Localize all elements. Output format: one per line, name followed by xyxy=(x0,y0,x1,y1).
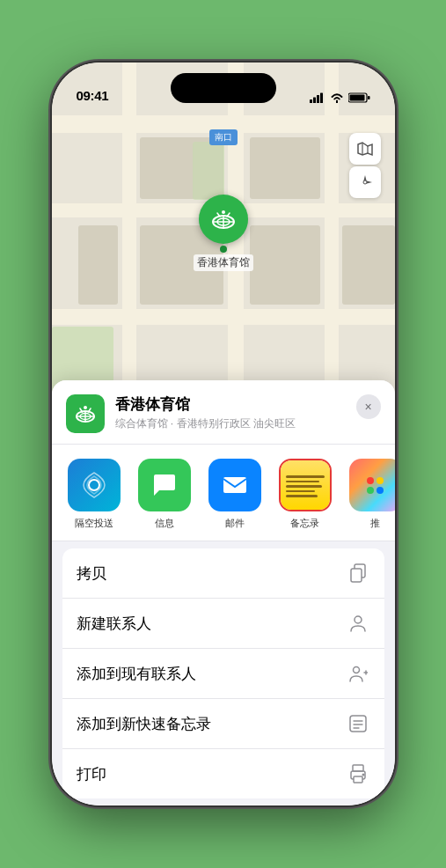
map-type-button[interactable] xyxy=(349,133,381,165)
status-icons xyxy=(310,92,370,103)
svg-point-7 xyxy=(363,180,367,184)
svg-point-23 xyxy=(353,667,359,673)
person-icon xyxy=(346,611,370,636)
app-item-notes[interactable]: 备忘录 xyxy=(274,459,337,530)
action-rows: 拷贝 新建联系人 xyxy=(62,548,384,798)
app-item-airdrop[interactable]: 隔空投送 xyxy=(62,459,126,530)
svg-rect-32 xyxy=(354,776,362,783)
map-controls xyxy=(349,133,381,198)
notes-label: 备忘录 xyxy=(290,517,319,530)
svg-rect-6 xyxy=(349,95,364,101)
map-entrance-label: 南口 xyxy=(209,129,238,145)
status-time: 09:41 xyxy=(77,88,109,103)
notes-lines xyxy=(281,468,330,503)
svg-point-22 xyxy=(355,616,362,623)
svg-rect-2 xyxy=(317,95,319,103)
venue-info: 香港体育馆 综合体育馆 · 香港特别行政区 油尖旺区 xyxy=(115,394,346,431)
wifi-icon xyxy=(330,92,344,103)
close-button[interactable]: × xyxy=(356,394,381,419)
action-quick-note[interactable]: 添加到新快速备忘录 xyxy=(62,699,384,749)
action-new-contact-label: 新建联系人 xyxy=(77,614,151,634)
svg-rect-3 xyxy=(320,93,323,104)
action-copy[interactable]: 拷贝 xyxy=(62,548,384,599)
notes-icon xyxy=(281,460,330,510)
action-print-label: 打印 xyxy=(77,764,106,784)
pin-dot xyxy=(220,246,227,253)
svg-point-12 xyxy=(222,210,225,214)
action-copy-label: 拷贝 xyxy=(77,563,106,584)
location-button[interactable] xyxy=(349,166,381,198)
messages-label: 信息 xyxy=(155,517,174,530)
action-new-contact[interactable]: 新建联系人 xyxy=(62,599,384,649)
app-item-more[interactable]: 推 xyxy=(344,459,395,530)
print-icon xyxy=(346,761,370,786)
svg-rect-21 xyxy=(351,569,362,582)
signal-icon xyxy=(310,92,325,103)
mail-icon xyxy=(208,459,261,511)
svg-point-33 xyxy=(362,774,364,776)
more-icon xyxy=(349,459,395,511)
venue-description: 综合体育馆 · 香港特别行政区 油尖旺区 xyxy=(115,416,346,431)
svg-rect-1 xyxy=(313,98,316,104)
app-item-mail[interactable]: 邮件 xyxy=(203,459,267,530)
apps-list: 隔空投送 信息 xyxy=(62,459,384,530)
airdrop-label: 隔空投送 xyxy=(75,517,113,530)
action-add-contact-label: 添加到现有联系人 xyxy=(77,664,196,684)
more-dots xyxy=(367,477,384,494)
share-apps-row: 隔空投送 信息 xyxy=(52,445,395,541)
pin-label: 香港体育馆 xyxy=(194,254,253,271)
svg-point-18 xyxy=(89,480,99,490)
action-add-contact[interactable]: 添加到现有联系人 xyxy=(62,649,384,699)
venue-icon xyxy=(66,394,105,433)
svg-rect-5 xyxy=(368,96,370,99)
messages-icon xyxy=(138,459,191,511)
venue-name: 香港体育馆 xyxy=(115,394,346,415)
svg-point-17 xyxy=(84,406,87,409)
airdrop-icon xyxy=(68,459,121,511)
svg-rect-19 xyxy=(223,477,246,493)
dynamic-island xyxy=(171,73,276,103)
mail-label: 邮件 xyxy=(225,517,245,530)
more-label: 推 xyxy=(370,517,380,530)
svg-rect-0 xyxy=(310,99,312,103)
stadium-pin: 香港体育馆 xyxy=(194,195,253,271)
app-item-messages[interactable]: 信息 xyxy=(133,459,196,530)
copy-icon xyxy=(346,561,370,585)
bottom-sheet: 香港体育馆 综合体育馆 · 香港特别行政区 油尖旺区 × xyxy=(52,380,395,805)
note-icon xyxy=(346,711,370,736)
action-print[interactable]: 打印 xyxy=(62,749,384,798)
phone-frame: 09:41 xyxy=(52,63,395,805)
svg-rect-30 xyxy=(353,765,363,771)
action-quick-note-label: 添加到新快速备忘录 xyxy=(77,714,211,734)
battery-icon xyxy=(348,92,370,103)
person-add-icon xyxy=(346,661,370,686)
venue-header: 香港体育馆 综合体育馆 · 香港特别行政区 油尖旺区 × xyxy=(52,380,395,445)
svg-rect-26 xyxy=(350,716,366,732)
